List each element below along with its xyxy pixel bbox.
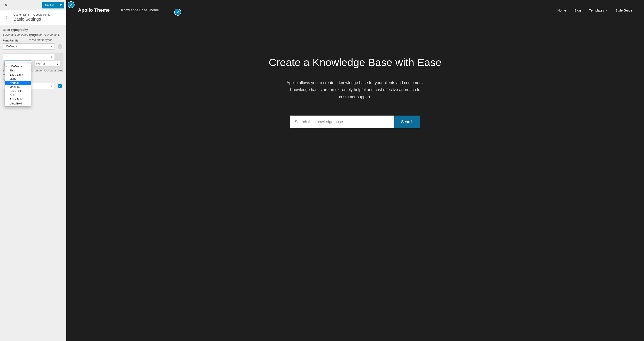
- kb-search-input[interactable]: [290, 116, 394, 128]
- edit-shortcut-button[interactable]: [68, 1, 74, 8]
- nav-link[interactable]: Templates ▼: [589, 8, 607, 12]
- font-weight-option[interactable]: Bold: [5, 93, 31, 97]
- kb-search-button[interactable]: Search: [394, 116, 420, 128]
- chevron-down-icon: ▼: [50, 45, 53, 48]
- expand-icon: ⤢: [59, 85, 61, 87]
- section-header: 〈 Customizing ▸ Google Fonts Basic Setti…: [0, 10, 66, 25]
- main-nav: HomeBlogTemplates ▼Style Guide: [558, 8, 632, 12]
- font-weight-dropdown: - Default -ThinExtra LightLightNormalMed…: [4, 63, 31, 107]
- font-style-select[interactable]: Normal ▲▼: [34, 60, 60, 67]
- updown-icon: ▲▼: [57, 62, 59, 66]
- hero-body: Apollo allows you to create a knowledge …: [286, 79, 425, 100]
- font-weight-option[interactable]: Ultra Bold: [5, 102, 31, 106]
- edit-shortcut-button[interactable]: [174, 9, 181, 16]
- site-tagline: Knowledge Base Theme: [121, 8, 159, 12]
- publish-button-group: Publish ⚙: [42, 2, 64, 8]
- base-font-family-value: - Default -: [4, 45, 17, 48]
- font-style-value: Normal: [36, 62, 46, 65]
- nav-link[interactable]: Style Guide: [615, 8, 632, 12]
- customizer-sidebar: ✕ Publish ⚙ 〈 Customizing ▸ Google Fonts…: [0, 0, 66, 341]
- chevron-down-icon: ▼: [50, 85, 53, 87]
- site-topbar: Apollo Theme Knowledge Base Theme HomeBl…: [66, 0, 644, 13]
- chevron-down-icon: ▼: [50, 56, 53, 58]
- panel-body: Base Typography Select and configure the…: [0, 25, 66, 341]
- base-typography-title: Base Typography: [2, 28, 64, 32]
- breadcrumb: Customizing ▸ Google Fonts: [14, 13, 50, 16]
- customizer-topbar: ✕ Publish ⚙: [0, 0, 66, 10]
- breadcrumb-leaf: Google Fonts: [34, 13, 50, 16]
- font-weight-option[interactable]: Light: [5, 77, 31, 81]
- font-weight-option[interactable]: Semi Bold: [5, 89, 31, 93]
- publish-settings-button[interactable]: ⚙: [58, 2, 64, 8]
- gear-icon: ⚙: [60, 4, 62, 7]
- chevron-up-icon: ▲: [59, 46, 61, 48]
- site-brand[interactable]: Apollo Theme: [78, 8, 110, 13]
- headings-typography-title-partial: aphy: [2, 33, 64, 37]
- collapse-weights-button[interactable]: ▲: [58, 44, 62, 49]
- pencil-icon: [176, 11, 179, 14]
- font-weight-option[interactable]: Normal: [5, 81, 31, 85]
- breadcrumb-root: Customizing: [14, 13, 29, 16]
- hero-title: Create a Knowledge Base with Ease: [79, 56, 631, 68]
- nav-link[interactable]: Home: [558, 8, 566, 12]
- section-header-text: Customizing ▸ Google Fonts Basic Setting…: [10, 10, 54, 25]
- publish-button[interactable]: Publish: [42, 2, 58, 8]
- close-customizer-button[interactable]: ✕: [2, 1, 10, 10]
- pencil-icon: [70, 3, 72, 6]
- font-weight-option[interactable]: Medium: [5, 85, 31, 89]
- font-weight-option[interactable]: Extra Bold: [5, 97, 31, 102]
- preview-area: Apollo Theme Knowledge Base Theme HomeBl…: [66, 0, 644, 341]
- hero: Create a Knowledge Base with Ease Apollo…: [66, 56, 644, 128]
- font-weight-option[interactable]: Extra Light: [5, 72, 31, 77]
- base-font-family-select[interactable]: - Default - ▼: [2, 44, 55, 50]
- nav-link[interactable]: Blog: [574, 8, 581, 12]
- breadcrumb-separator-icon: ▸: [31, 14, 32, 16]
- kb-searchbar: Search: [290, 116, 420, 128]
- close-icon: ✕: [4, 3, 8, 8]
- chevron-down-icon: ▼: [605, 10, 607, 12]
- section-title: Basic Settings: [14, 17, 50, 22]
- back-button[interactable]: 〈: [0, 10, 10, 25]
- expand-buttons-button[interactable]: ⤢: [58, 84, 62, 88]
- headings-typography-desc-partial: re the font for your: [2, 38, 64, 42]
- font-weight-option[interactable]: Thin: [5, 68, 31, 72]
- chevron-left-icon: 〈: [3, 15, 8, 21]
- headings-font-family-select[interactable]: ▼: [2, 54, 55, 60]
- font-weight-option[interactable]: - Default -: [5, 64, 31, 68]
